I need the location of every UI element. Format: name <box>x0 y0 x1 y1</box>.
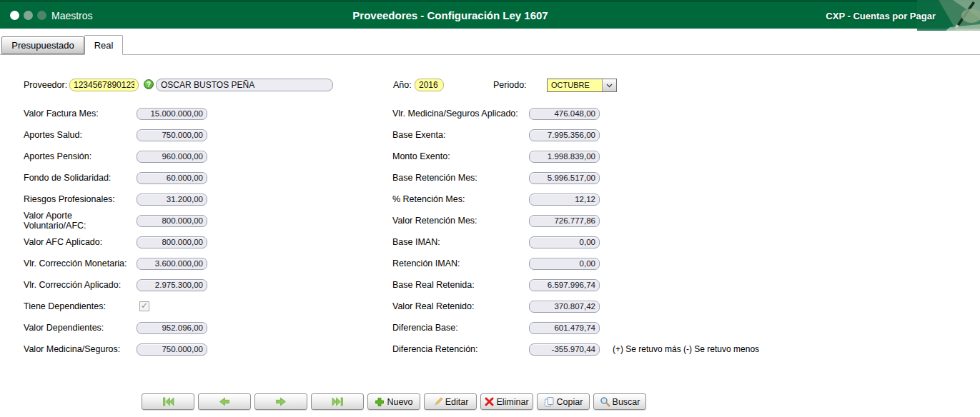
base-retencion-mes-field[interactable]: 5.996.517,00 <box>529 172 600 184</box>
x-icon <box>485 397 494 406</box>
nav-next-button[interactable] <box>254 393 307 410</box>
monto-exento-field[interactable]: 1.998.839,00 <box>529 151 600 163</box>
form-row: Fondo de Solidaridad: 60.000,00 <box>24 167 207 189</box>
base-exenta-field[interactable]: 7.995.356,00 <box>529 129 600 141</box>
nav-last-button[interactable] <box>311 393 364 410</box>
ano-label: Año: <box>393 80 412 90</box>
field-label: % Retención Mes: <box>392 194 529 204</box>
plus-icon <box>375 397 385 407</box>
form-right-column: Vlr. Medicina/Seguros Aplicado: 476.048,… <box>392 103 759 360</box>
valor-real-retenido-field[interactable]: 370.807,42 <box>529 301 600 313</box>
field-label: Retención IMAN: <box>392 258 529 268</box>
help-icon[interactable]: ? <box>144 79 154 89</box>
ano-input[interactable] <box>415 79 444 91</box>
proveedor-name-input[interactable] <box>156 79 333 91</box>
field-label: Base IMAN: <box>392 237 529 247</box>
aportes-pension-field[interactable]: 960.000,00 <box>137 151 207 163</box>
nav-previous-button[interactable] <box>198 393 251 410</box>
app-name: Maestros <box>51 10 93 21</box>
field-label: Vlr. Corrección Aplicado: <box>24 280 137 290</box>
field-label: Aportes Salud: <box>24 130 137 140</box>
module-label: CXP - Cuentas por Pagar <box>826 11 936 21</box>
tab-real[interactable]: Real <box>84 35 123 55</box>
medicina-seguros-aplicado-field[interactable]: 476.048,00 <box>529 108 600 120</box>
form-row: Valor Factura Mes: 15.000.000,00 <box>24 103 207 124</box>
correccion-monetaria-field[interactable]: 3.600.000,00 <box>137 258 207 270</box>
tab-label: Real <box>94 40 114 51</box>
button-label: Copiar <box>557 397 583 407</box>
riesgos-profesionales-field[interactable]: 31.200,00 <box>137 194 207 206</box>
periodo-select[interactable]: OCTUBRE <box>547 79 617 92</box>
form-row: Base Real Retenida: 6.597.996,74 <box>392 274 759 296</box>
afc-aplicado-field[interactable]: 800.000,00 <box>137 236 207 248</box>
window-dot-icon[interactable] <box>10 11 19 20</box>
form-row: Valor Real Retenido: 370.807,42 <box>392 296 759 317</box>
tab-presupuestado[interactable]: Presupuestado <box>1 36 84 54</box>
nav-first-button[interactable] <box>142 393 194 410</box>
valor-medicina-seguros-field[interactable]: 750.000,00 <box>137 343 207 356</box>
arrow-right-icon <box>275 397 287 406</box>
base-real-retenida-field[interactable]: 6.597.996,74 <box>529 279 600 291</box>
title-bar: Maestros Proveedores - Configuración Ley… <box>0 0 980 29</box>
button-label: Editar <box>445 397 469 407</box>
field-label: Valor Dependientes: <box>24 323 137 333</box>
window-dot-icon[interactable] <box>24 11 33 20</box>
retencion-iman-field[interactable]: 0,00 <box>529 258 600 270</box>
button-label: Buscar <box>613 397 640 407</box>
arrow-left-icon <box>219 397 230 406</box>
copiar-button[interactable]: Copiar <box>537 393 590 410</box>
base-iman-field[interactable]: 0,00 <box>529 236 600 248</box>
form-row: Vlr. Corrección Aplicado: 2.975.300,00 <box>24 274 207 296</box>
periodo-label: Periodo: <box>493 80 527 90</box>
field-label: Valor Aporte Voluntario/AFC: <box>24 211 137 231</box>
aportes-salud-field[interactable]: 750.000,00 <box>137 129 207 141</box>
form-row: Base IMAN: 0,00 <box>392 231 759 253</box>
field-label: Vlr. Corrección Monetaria: <box>24 258 137 268</box>
form-row: Valor Dependientes: 952.096,00 <box>24 317 207 338</box>
page-title: Proveedores - Configuración Ley 1607 <box>352 9 548 21</box>
field-label: Riesgos Profesionales: <box>24 194 137 204</box>
periodo-selected-value: OCTUBRE <box>548 79 602 91</box>
valor-retencion-mes-field[interactable]: 726.777,86 <box>529 215 600 227</box>
form-row: % Retención Mes: 12,12 <box>392 189 759 210</box>
valor-dependientes-field[interactable]: 952.096,00 <box>137 322 207 334</box>
pct-retencion-mes-field[interactable]: 12,12 <box>529 194 600 206</box>
form-row: Vlr. Corrección Monetaria: 3.600.000,00 <box>24 253 207 274</box>
form-row: Riesgos Profesionales: 31.200,00 <box>24 189 207 210</box>
search-icon <box>600 396 610 407</box>
form-row: Valor Retención Mes: 726.777,86 <box>392 210 759 231</box>
form-row: Base Exenta: 7.995.356,00 <box>392 124 759 146</box>
nuevo-button[interactable]: Nuevo <box>367 393 420 410</box>
fondo-solidaridad-field[interactable]: 60.000,00 <box>137 172 207 184</box>
form-row: Aportes Salud: 750.000,00 <box>24 124 207 146</box>
skip-first-icon <box>162 397 174 406</box>
tab-label: Presupuestado <box>11 40 74 51</box>
app-window: Maestros Proveedores - Configuración Ley… <box>0 0 980 417</box>
proveedor-code-input[interactable] <box>69 79 139 91</box>
tiene-dependientes-checkbox[interactable] <box>139 301 149 311</box>
buscar-button[interactable]: Buscar <box>593 393 646 410</box>
form-row: Vlr. Medicina/Seguros Aplicado: 476.048,… <box>392 103 759 124</box>
correccion-aplicado-field[interactable]: 2.975.300,00 <box>137 279 207 291</box>
diferencia-base-field[interactable]: 601.479,74 <box>529 322 600 334</box>
field-label: Base Real Retenida: <box>392 280 529 290</box>
valor-factura-mes-field[interactable]: 15.000.000,00 <box>137 108 207 120</box>
chevron-down-icon[interactable] <box>602 79 616 91</box>
field-label: Diferencia Retención: <box>392 344 529 354</box>
field-label: Fondo de Solidaridad: <box>24 173 137 183</box>
field-label: Valor Real Retenido: <box>392 301 529 311</box>
field-label: Base Exenta: <box>392 130 529 140</box>
eliminar-button[interactable]: Eliminar <box>480 393 533 410</box>
retention-difference-note: (+) Se retuvo más (-) Se retuvo menos <box>613 344 759 354</box>
window-dot-icon[interactable] <box>37 11 46 20</box>
form-row: Base Retención Mes: 5.996.517,00 <box>392 167 759 189</box>
form-row: Retención IMAN: 0,00 <box>392 253 759 274</box>
field-label: Valor AFC Aplicado: <box>24 237 137 247</box>
window-dots[interactable] <box>10 11 46 20</box>
field-label: Monto Exento: <box>392 151 529 161</box>
field-label: Aportes Pensión: <box>24 151 137 161</box>
field-label: Base Retención Mes: <box>392 173 529 183</box>
editar-button[interactable]: Editar <box>424 393 477 410</box>
aporte-voluntario-afc-field[interactable]: 800.000,00 <box>137 215 207 227</box>
diferencia-retencion-field[interactable]: -355.970,44 <box>529 343 600 356</box>
